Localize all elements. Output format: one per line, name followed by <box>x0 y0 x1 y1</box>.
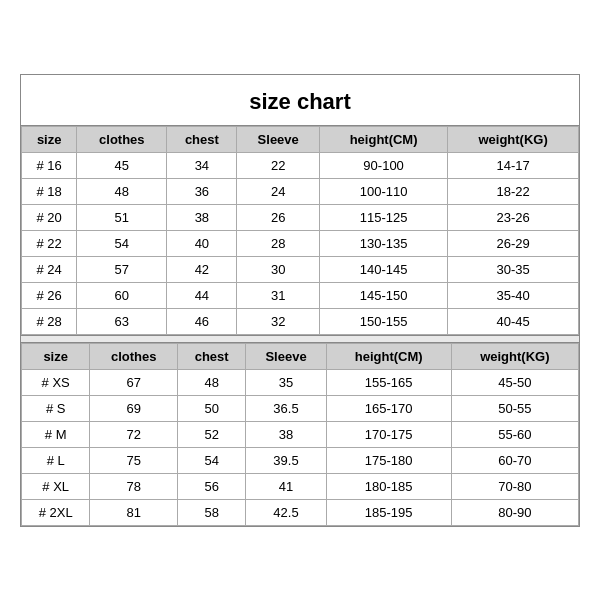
table-cell: 45-50 <box>451 369 578 395</box>
table-cell: 180-185 <box>326 473 451 499</box>
chart-title: size chart <box>21 75 579 126</box>
table-cell: 42.5 <box>246 499 326 525</box>
table-cell: 38 <box>246 421 326 447</box>
table-cell: # S <box>22 395 90 421</box>
table-cell: 63 <box>77 308 167 334</box>
table-cell: 30-35 <box>448 256 579 282</box>
table-cell: 35-40 <box>448 282 579 308</box>
table-cell: 24 <box>237 178 320 204</box>
table-row: # 26604431145-15035-40 <box>22 282 579 308</box>
table-cell: 45 <box>77 152 167 178</box>
table-cell: 170-175 <box>326 421 451 447</box>
table-cell: 44 <box>167 282 237 308</box>
section-divider <box>21 335 579 343</box>
table-row: # 28634632150-15540-45 <box>22 308 579 334</box>
table-cell: 34 <box>167 152 237 178</box>
table-cell: 90-100 <box>319 152 447 178</box>
table-row: # L755439.5175-18060-70 <box>22 447 579 473</box>
table-cell: 39.5 <box>246 447 326 473</box>
table-cell: 69 <box>90 395 178 421</box>
size-table-2: sizeclotheschestSleeveheight(CM)weight(K… <box>21 343 579 526</box>
table1-header-row: sizeclotheschestSleeveheight(CM)weight(K… <box>22 126 579 152</box>
table-cell: 31 <box>237 282 320 308</box>
size-table-1: sizeclotheschestSleeveheight(CM)weight(K… <box>21 126 579 335</box>
table-cell: 150-155 <box>319 308 447 334</box>
table-cell: 30 <box>237 256 320 282</box>
table-row: # 18483624100-11018-22 <box>22 178 579 204</box>
table-cell: # 28 <box>22 308 77 334</box>
table-cell: 55-60 <box>451 421 578 447</box>
table-cell: 36 <box>167 178 237 204</box>
table1-header-cell: clothes <box>77 126 167 152</box>
table-cell: # 24 <box>22 256 77 282</box>
table-cell: 67 <box>90 369 178 395</box>
table-cell: 100-110 <box>319 178 447 204</box>
table-cell: 72 <box>90 421 178 447</box>
table2-header-row: sizeclotheschestSleeveheight(CM)weight(K… <box>22 343 579 369</box>
table-cell: 54 <box>177 447 245 473</box>
table-cell: 140-145 <box>319 256 447 282</box>
table-cell: 46 <box>167 308 237 334</box>
table-cell: # 22 <box>22 230 77 256</box>
table-cell: 28 <box>237 230 320 256</box>
table-cell: 56 <box>177 473 245 499</box>
table-cell: 81 <box>90 499 178 525</box>
table-cell: 26 <box>237 204 320 230</box>
table-cell: 50 <box>177 395 245 421</box>
table1-header-cell: chest <box>167 126 237 152</box>
table-cell: # L <box>22 447 90 473</box>
table-cell: 14-17 <box>448 152 579 178</box>
table-cell: 35 <box>246 369 326 395</box>
table-row: # 2XL815842.5185-19580-90 <box>22 499 579 525</box>
table-cell: 36.5 <box>246 395 326 421</box>
table-cell: # 16 <box>22 152 77 178</box>
table-cell: 50-55 <box>451 395 578 421</box>
table-row: # M725238170-17555-60 <box>22 421 579 447</box>
table-cell: 145-150 <box>319 282 447 308</box>
table-cell: 130-135 <box>319 230 447 256</box>
table-row: # S695036.5165-17050-55 <box>22 395 579 421</box>
table2-header-cell: height(CM) <box>326 343 451 369</box>
table-cell: 57 <box>77 256 167 282</box>
table-cell: 115-125 <box>319 204 447 230</box>
table-cell: # M <box>22 421 90 447</box>
table-cell: 48 <box>177 369 245 395</box>
table-row: # 22544028130-13526-29 <box>22 230 579 256</box>
table1-header-cell: height(CM) <box>319 126 447 152</box>
table1-header-cell: size <box>22 126 77 152</box>
table-cell: 32 <box>237 308 320 334</box>
table2-header-cell: chest <box>177 343 245 369</box>
table-cell: 58 <box>177 499 245 525</box>
table-row: # XL785641180-18570-80 <box>22 473 579 499</box>
table-cell: 22 <box>237 152 320 178</box>
table-cell: # 2XL <box>22 499 90 525</box>
table-cell: 175-180 <box>326 447 451 473</box>
table2-header-cell: weight(KG) <box>451 343 578 369</box>
table-cell: # XS <box>22 369 90 395</box>
table-cell: 51 <box>77 204 167 230</box>
table-cell: 18-22 <box>448 178 579 204</box>
table-cell: # XL <box>22 473 90 499</box>
table-cell: 42 <box>167 256 237 282</box>
table-cell: 78 <box>90 473 178 499</box>
table2-header-cell: Sleeve <box>246 343 326 369</box>
table-row: # 20513826115-12523-26 <box>22 204 579 230</box>
table-cell: 40-45 <box>448 308 579 334</box>
table-cell: 38 <box>167 204 237 230</box>
table-cell: # 20 <box>22 204 77 230</box>
table2-header-cell: size <box>22 343 90 369</box>
table-cell: 70-80 <box>451 473 578 499</box>
table2-header-cell: clothes <box>90 343 178 369</box>
table-row: # 24574230140-14530-35 <box>22 256 579 282</box>
table-cell: 165-170 <box>326 395 451 421</box>
table-cell: 54 <box>77 230 167 256</box>
table-row: # XS674835155-16545-50 <box>22 369 579 395</box>
table-cell: 48 <box>77 178 167 204</box>
table-cell: 185-195 <box>326 499 451 525</box>
table1-header-cell: Sleeve <box>237 126 320 152</box>
table-cell: 80-90 <box>451 499 578 525</box>
table-cell: 52 <box>177 421 245 447</box>
table-row: # 1645342290-10014-17 <box>22 152 579 178</box>
table-cell: 41 <box>246 473 326 499</box>
table-cell: 23-26 <box>448 204 579 230</box>
